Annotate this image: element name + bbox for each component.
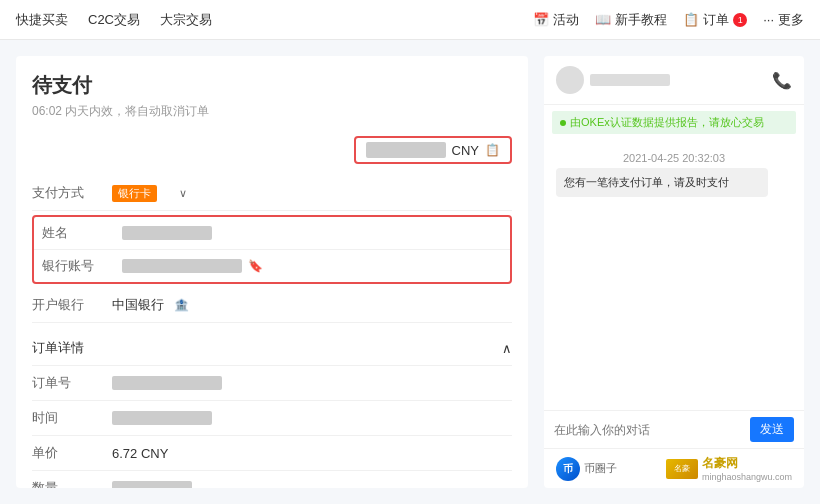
chat-header: 📞 — [544, 56, 804, 105]
account-row: 银行账号 🔖 — [34, 250, 510, 282]
name-blurred — [122, 226, 212, 240]
bqz-logo: 币 币圈子 — [556, 457, 617, 481]
verified-dot-icon — [560, 120, 566, 126]
amount-value — [366, 142, 446, 158]
name-row: 姓名 — [34, 217, 510, 250]
bank-row: 开户银行 中国银行 🏦 — [32, 288, 512, 323]
chat-messages: 2021-04-25 20:32:03 您有一笔待支付订单，请及时支付 — [544, 140, 804, 410]
more-icon: ··· — [763, 12, 774, 27]
nav-orders[interactable]: 📋 订单 1 — [683, 11, 747, 29]
payment-method-value[interactable]: 银行卡 ∨ — [112, 185, 512, 202]
order-price-label: 单价 — [32, 444, 112, 462]
order-time-label: 时间 — [32, 409, 112, 427]
payment-method-label: 支付方式 — [32, 184, 112, 202]
chat-timestamp: 2021-04-25 20:32:03 — [556, 152, 792, 164]
chevron-down-icon: ∨ — [179, 187, 187, 200]
nav-activity[interactable]: 📅 活动 — [533, 11, 579, 29]
nav-item-c2c[interactable]: C2C交易 — [88, 11, 140, 29]
order-time-row: 时间 — [32, 401, 512, 436]
chat-input[interactable] — [554, 423, 750, 437]
book-icon: 📖 — [595, 12, 611, 27]
chat-input-area: 发送 — [544, 410, 804, 448]
calendar-icon: 📅 — [533, 12, 549, 27]
amount-row: CNY 📋 — [32, 136, 512, 164]
nav-tutorial[interactable]: 📖 新手教程 — [595, 11, 667, 29]
bank-label: 开户银行 — [32, 296, 112, 314]
nav-right: 📅 活动 📖 新手教程 📋 订单 1 ··· 更多 — [533, 11, 804, 29]
main-layout: 待支付 06:02 内天内效，将自动取消订单 CNY 📋 支付方式 银行卡 ∨ … — [0, 40, 820, 504]
mhsw-logo: 名豪 名豪网 minghaoshangwu.com — [666, 455, 792, 482]
order-qty-row: 数量 — [32, 471, 512, 488]
amount-copy-icon[interactable]: 📋 — [485, 143, 500, 157]
mhsw-image: 名豪 — [666, 459, 698, 479]
order-price-row: 单价 6.72 CNY — [32, 436, 512, 471]
bank-card-badge: 银行卡 — [112, 185, 157, 202]
order-id-label: 订单号 — [32, 374, 112, 392]
chat-panel: 📞 由OKEx认证数据提供报告，请放心交易 2021-04-25 20:32:0… — [544, 56, 804, 488]
order-id-value — [112, 376, 512, 390]
mhsw-url: minghaoshangwu.com — [702, 472, 792, 482]
left-panel: 待支付 06:02 内天内效，将自动取消订单 CNY 📋 支付方式 银行卡 ∨ … — [16, 56, 528, 488]
nav-item-bulk[interactable]: 大宗交易 — [160, 11, 212, 29]
highlighted-section: 姓名 银行账号 🔖 — [32, 215, 512, 284]
account-value: 🔖 — [122, 259, 502, 273]
order-icon: 📋 — [683, 12, 699, 27]
account-copy-icon[interactable]: 🔖 — [248, 259, 263, 273]
account-label: 银行账号 — [42, 257, 122, 275]
chat-username — [590, 74, 670, 86]
chat-user-info — [556, 66, 670, 94]
order-badge: 1 — [733, 13, 747, 27]
bqz-circle-icon: 币 — [556, 457, 580, 481]
bank-value: 中国银行 🏦 — [112, 296, 512, 314]
order-detail-rows: 订单号 时间 单价 6.72 CNY 数量 — [32, 366, 512, 488]
send-button[interactable]: 发送 — [750, 417, 794, 442]
avatar — [556, 66, 584, 94]
verified-badge: 由OKEx认证数据提供报告，请放心交易 — [552, 111, 796, 134]
toggle-icon: ∧ — [502, 341, 512, 356]
name-value — [122, 226, 502, 240]
nav-more[interactable]: ··· 更多 — [763, 11, 804, 29]
watermark-area: 币 币圈子 名豪 名豪网 minghaoshangwu.com — [544, 448, 804, 488]
mhsw-label: 名豪网 — [702, 455, 792, 472]
order-qty-value — [112, 481, 512, 488]
bank-icon: 🏦 — [174, 298, 189, 312]
top-nav: 快捷买卖 C2C交易 大宗交易 📅 活动 📖 新手教程 📋 订单 1 ··· 更… — [0, 0, 820, 40]
order-id-row: 订单号 — [32, 366, 512, 401]
page-title: 待支付 — [32, 72, 512, 99]
page-subtitle: 06:02 内天内效，将自动取消订单 — [32, 103, 512, 120]
verified-text: 由OKEx认证数据提供报告，请放心交易 — [570, 115, 764, 130]
order-detail-title: 订单详情 — [32, 339, 84, 357]
chat-bubble: 您有一笔待支付订单，请及时支付 — [556, 168, 768, 197]
order-time-value — [112, 411, 512, 425]
name-label: 姓名 — [42, 224, 122, 242]
order-price-value: 6.72 CNY — [112, 446, 512, 461]
nav-item-quickbuy[interactable]: 快捷买卖 — [16, 11, 68, 29]
phone-icon[interactable]: 📞 — [772, 71, 792, 90]
amount-box: CNY 📋 — [354, 136, 512, 164]
order-detail-toggle[interactable]: 订单详情 ∧ — [32, 331, 512, 366]
account-blurred — [122, 259, 242, 273]
payment-method-row: 支付方式 银行卡 ∨ — [32, 176, 512, 211]
cny-label: CNY — [452, 143, 479, 158]
order-qty-label: 数量 — [32, 479, 112, 488]
bqz-label: 币圈子 — [584, 461, 617, 476]
